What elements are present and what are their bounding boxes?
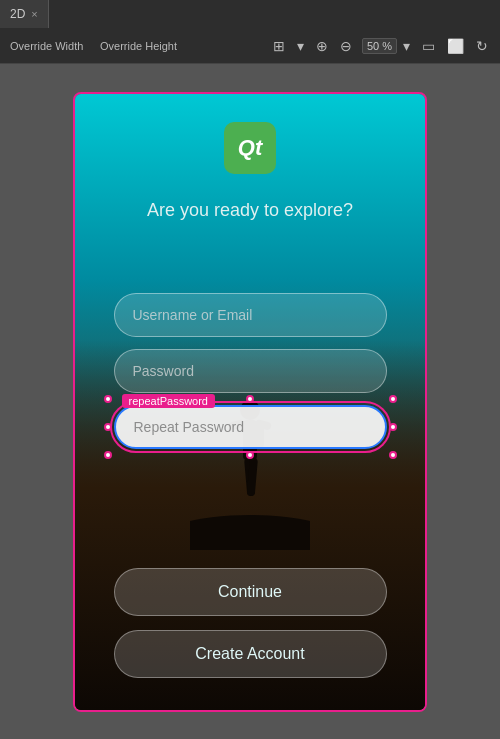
- grid-icon[interactable]: ⊞: [271, 36, 287, 56]
- input-group: repeatPassword: [114, 293, 387, 449]
- username-input[interactable]: [114, 293, 387, 337]
- repeat-password-wrapper: repeatPassword: [114, 405, 387, 449]
- create-account-button[interactable]: Create Account: [114, 630, 387, 678]
- handle-top-mid[interactable]: [246, 395, 254, 403]
- fit-screen-icon[interactable]: ⬜: [445, 36, 466, 56]
- chevron-down-icon[interactable]: ▾: [295, 36, 306, 56]
- continue-button[interactable]: Continue: [114, 568, 387, 616]
- override-height-label: Override Height: [100, 40, 180, 52]
- canvas-area: Qt Are you ready to explore? repeatPassw…: [0, 64, 500, 739]
- tab-label: 2D: [10, 7, 25, 21]
- qt-logo-text: Qt: [238, 135, 262, 161]
- svg-point-0: [190, 515, 310, 550]
- toolbar: Override Width Override Height ⊞ ▾ ⊕ ⊖ 5…: [0, 28, 500, 64]
- tagline: Are you ready to explore?: [117, 198, 383, 223]
- button-group: Continue Create Account: [114, 568, 387, 678]
- zoom-value[interactable]: 50 %: [362, 38, 397, 54]
- password-input[interactable]: [114, 349, 387, 393]
- tab-bar: 2D ×: [0, 0, 500, 28]
- toolbar-icons: ⊞ ▾ ⊕ ⊖ 50 % ▾ ▭ ⬜ ↻: [271, 36, 490, 56]
- refresh-icon[interactable]: ↻: [474, 36, 490, 56]
- phone-frame: Qt Are you ready to explore? repeatPassw…: [73, 92, 427, 712]
- qt-logo: Qt: [224, 122, 276, 174]
- tab-close-icon[interactable]: ×: [31, 8, 37, 20]
- override-width-label: Override Width: [10, 40, 90, 52]
- zoom-in-icon[interactable]: ⊕: [314, 36, 330, 56]
- fit-width-icon[interactable]: ▭: [420, 36, 437, 56]
- app-content: Qt Are you ready to explore? repeatPassw…: [75, 94, 425, 710]
- repeat-password-input[interactable]: [114, 405, 387, 449]
- field-label-tag: repeatPassword: [122, 394, 216, 408]
- tab-2d[interactable]: 2D ×: [0, 0, 49, 28]
- zoom-dropdown-icon[interactable]: ▾: [401, 36, 412, 56]
- zoom-out-icon[interactable]: ⊖: [338, 36, 354, 56]
- zoom-control: 50 % ▾: [362, 36, 412, 56]
